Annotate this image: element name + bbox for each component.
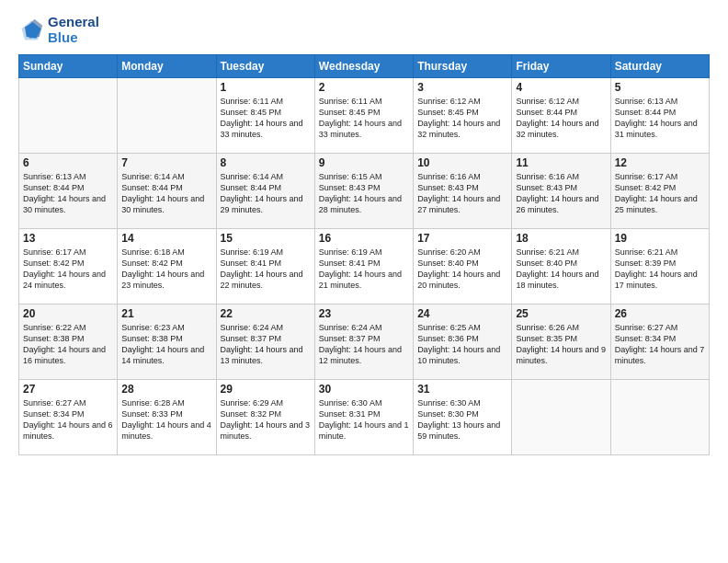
day-number: 13 bbox=[23, 232, 113, 245]
calendar-cell: 18Sunrise: 6:21 AM Sunset: 8:40 PM Dayli… bbox=[512, 229, 610, 304]
day-number: 24 bbox=[417, 307, 507, 320]
cell-info: Sunrise: 6:14 AM Sunset: 8:44 PM Dayligh… bbox=[121, 171, 211, 216]
weekday-header-friday: Friday bbox=[512, 55, 610, 78]
cell-info: Sunrise: 6:11 AM Sunset: 8:45 PM Dayligh… bbox=[221, 96, 311, 141]
day-number: 5 bbox=[615, 81, 705, 94]
cell-info: Sunrise: 6:25 AM Sunset: 8:36 PM Dayligh… bbox=[417, 322, 507, 367]
cell-info: Sunrise: 6:26 AM Sunset: 8:35 PM Dayligh… bbox=[516, 322, 606, 367]
calendar-cell: 25Sunrise: 6:26 AM Sunset: 8:35 PM Dayli… bbox=[512, 304, 610, 380]
cell-info: Sunrise: 6:15 AM Sunset: 8:43 PM Dayligh… bbox=[319, 171, 409, 216]
weekday-header-saturday: Saturday bbox=[610, 55, 709, 78]
day-number: 23 bbox=[319, 307, 409, 320]
calendar-cell bbox=[512, 380, 610, 455]
cell-info: Sunrise: 6:21 AM Sunset: 8:40 PM Dayligh… bbox=[516, 247, 606, 292]
weekday-header-tuesday: Tuesday bbox=[216, 55, 314, 78]
cell-info: Sunrise: 6:11 AM Sunset: 8:45 PM Dayligh… bbox=[319, 96, 409, 141]
weekday-header-monday: Monday bbox=[118, 55, 216, 78]
day-number: 9 bbox=[319, 156, 409, 169]
day-number: 26 bbox=[615, 307, 705, 320]
day-number: 16 bbox=[319, 232, 409, 245]
calendar-cell: 8Sunrise: 6:14 AM Sunset: 8:44 PM Daylig… bbox=[216, 154, 314, 229]
calendar-cell: 31Sunrise: 6:30 AM Sunset: 8:30 PM Dayli… bbox=[414, 380, 512, 455]
day-number: 17 bbox=[417, 232, 507, 245]
day-number: 30 bbox=[319, 383, 409, 396]
calendar-week-5: 27Sunrise: 6:27 AM Sunset: 8:34 PM Dayli… bbox=[19, 380, 710, 455]
calendar-week-2: 6Sunrise: 6:13 AM Sunset: 8:44 PM Daylig… bbox=[19, 154, 710, 229]
calendar-table: SundayMondayTuesdayWednesdayThursdayFrid… bbox=[18, 54, 710, 455]
cell-info: Sunrise: 6:28 AM Sunset: 8:33 PM Dayligh… bbox=[121, 397, 211, 442]
cell-info: Sunrise: 6:17 AM Sunset: 8:42 PM Dayligh… bbox=[23, 247, 113, 292]
day-number: 20 bbox=[23, 307, 113, 320]
calendar-cell: 6Sunrise: 6:13 AM Sunset: 8:44 PM Daylig… bbox=[19, 154, 118, 229]
day-number: 2 bbox=[319, 81, 409, 94]
calendar-cell: 22Sunrise: 6:24 AM Sunset: 8:37 PM Dayli… bbox=[216, 304, 314, 380]
day-number: 19 bbox=[615, 232, 705, 245]
calendar-week-4: 20Sunrise: 6:22 AM Sunset: 8:38 PM Dayli… bbox=[19, 304, 710, 380]
day-number: 14 bbox=[121, 232, 211, 245]
calendar-cell bbox=[118, 78, 216, 154]
day-number: 7 bbox=[121, 156, 211, 169]
calendar-cell: 30Sunrise: 6:30 AM Sunset: 8:31 PM Dayli… bbox=[314, 380, 413, 455]
cell-info: Sunrise: 6:14 AM Sunset: 8:44 PM Dayligh… bbox=[221, 171, 311, 216]
calendar-cell: 7Sunrise: 6:14 AM Sunset: 8:44 PM Daylig… bbox=[118, 154, 216, 229]
weekday-header-sunday: Sunday bbox=[19, 55, 118, 78]
day-number: 15 bbox=[221, 232, 311, 245]
cell-info: Sunrise: 6:18 AM Sunset: 8:42 PM Dayligh… bbox=[121, 247, 211, 292]
calendar-cell: 19Sunrise: 6:21 AM Sunset: 8:39 PM Dayli… bbox=[610, 229, 709, 304]
day-number: 4 bbox=[516, 81, 606, 94]
logo-icon bbox=[18, 17, 44, 43]
cell-info: Sunrise: 6:24 AM Sunset: 8:37 PM Dayligh… bbox=[221, 322, 311, 367]
calendar-cell: 2Sunrise: 6:11 AM Sunset: 8:45 PM Daylig… bbox=[314, 78, 413, 154]
cell-info: Sunrise: 6:22 AM Sunset: 8:38 PM Dayligh… bbox=[23, 322, 113, 367]
calendar-cell: 10Sunrise: 6:16 AM Sunset: 8:43 PM Dayli… bbox=[414, 154, 512, 229]
cell-info: Sunrise: 6:13 AM Sunset: 8:44 PM Dayligh… bbox=[615, 96, 705, 141]
day-number: 3 bbox=[417, 81, 507, 94]
day-number: 31 bbox=[417, 383, 507, 396]
cell-info: Sunrise: 6:16 AM Sunset: 8:43 PM Dayligh… bbox=[516, 171, 606, 216]
calendar-cell: 23Sunrise: 6:24 AM Sunset: 8:37 PM Dayli… bbox=[314, 304, 413, 380]
cell-info: Sunrise: 6:27 AM Sunset: 8:34 PM Dayligh… bbox=[23, 397, 113, 442]
calendar-cell: 20Sunrise: 6:22 AM Sunset: 8:38 PM Dayli… bbox=[19, 304, 118, 380]
day-number: 10 bbox=[417, 156, 507, 169]
cell-info: Sunrise: 6:30 AM Sunset: 8:31 PM Dayligh… bbox=[319, 397, 409, 442]
cell-info: Sunrise: 6:27 AM Sunset: 8:34 PM Dayligh… bbox=[615, 322, 705, 367]
day-number: 25 bbox=[516, 307, 606, 320]
calendar-cell bbox=[19, 78, 118, 154]
calendar-cell: 4Sunrise: 6:12 AM Sunset: 8:44 PM Daylig… bbox=[512, 78, 610, 154]
calendar-cell: 5Sunrise: 6:13 AM Sunset: 8:44 PM Daylig… bbox=[610, 78, 709, 154]
weekday-header-thursday: Thursday bbox=[414, 55, 512, 78]
day-number: 22 bbox=[221, 307, 311, 320]
calendar-week-1: 1Sunrise: 6:11 AM Sunset: 8:45 PM Daylig… bbox=[19, 78, 710, 154]
calendar-cell bbox=[610, 380, 709, 455]
calendar-cell: 29Sunrise: 6:29 AM Sunset: 8:32 PM Dayli… bbox=[216, 380, 314, 455]
logo: General Blue bbox=[18, 15, 99, 45]
calendar-cell: 13Sunrise: 6:17 AM Sunset: 8:42 PM Dayli… bbox=[19, 229, 118, 304]
cell-info: Sunrise: 6:12 AM Sunset: 8:44 PM Dayligh… bbox=[516, 96, 606, 141]
page-header: General Blue bbox=[18, 15, 710, 45]
day-number: 8 bbox=[221, 156, 311, 169]
cell-info: Sunrise: 6:24 AM Sunset: 8:37 PM Dayligh… bbox=[319, 322, 409, 367]
calendar-cell: 15Sunrise: 6:19 AM Sunset: 8:41 PM Dayli… bbox=[216, 229, 314, 304]
calendar-cell: 12Sunrise: 6:17 AM Sunset: 8:42 PM Dayli… bbox=[610, 154, 709, 229]
day-number: 21 bbox=[121, 307, 211, 320]
day-number: 11 bbox=[516, 156, 606, 169]
calendar-cell: 21Sunrise: 6:23 AM Sunset: 8:38 PM Dayli… bbox=[118, 304, 216, 380]
day-number: 12 bbox=[615, 156, 705, 169]
cell-info: Sunrise: 6:30 AM Sunset: 8:30 PM Dayligh… bbox=[417, 397, 507, 442]
calendar-cell: 17Sunrise: 6:20 AM Sunset: 8:40 PM Dayli… bbox=[414, 229, 512, 304]
day-number: 1 bbox=[221, 81, 311, 94]
calendar-week-3: 13Sunrise: 6:17 AM Sunset: 8:42 PM Dayli… bbox=[19, 229, 710, 304]
weekday-header-row: SundayMondayTuesdayWednesdayThursdayFrid… bbox=[19, 55, 710, 78]
calendar-cell: 28Sunrise: 6:28 AM Sunset: 8:33 PM Dayli… bbox=[118, 380, 216, 455]
calendar-cell: 27Sunrise: 6:27 AM Sunset: 8:34 PM Dayli… bbox=[19, 380, 118, 455]
cell-info: Sunrise: 6:20 AM Sunset: 8:40 PM Dayligh… bbox=[417, 247, 507, 292]
cell-info: Sunrise: 6:23 AM Sunset: 8:38 PM Dayligh… bbox=[121, 322, 211, 367]
calendar-cell: 24Sunrise: 6:25 AM Sunset: 8:36 PM Dayli… bbox=[414, 304, 512, 380]
calendar-cell: 11Sunrise: 6:16 AM Sunset: 8:43 PM Dayli… bbox=[512, 154, 610, 229]
cell-info: Sunrise: 6:16 AM Sunset: 8:43 PM Dayligh… bbox=[417, 171, 507, 216]
day-number: 27 bbox=[23, 383, 113, 396]
day-number: 29 bbox=[221, 383, 311, 396]
calendar-cell: 1Sunrise: 6:11 AM Sunset: 8:45 PM Daylig… bbox=[216, 78, 314, 154]
logo-text: General Blue bbox=[48, 15, 99, 45]
calendar-cell: 3Sunrise: 6:12 AM Sunset: 8:45 PM Daylig… bbox=[414, 78, 512, 154]
